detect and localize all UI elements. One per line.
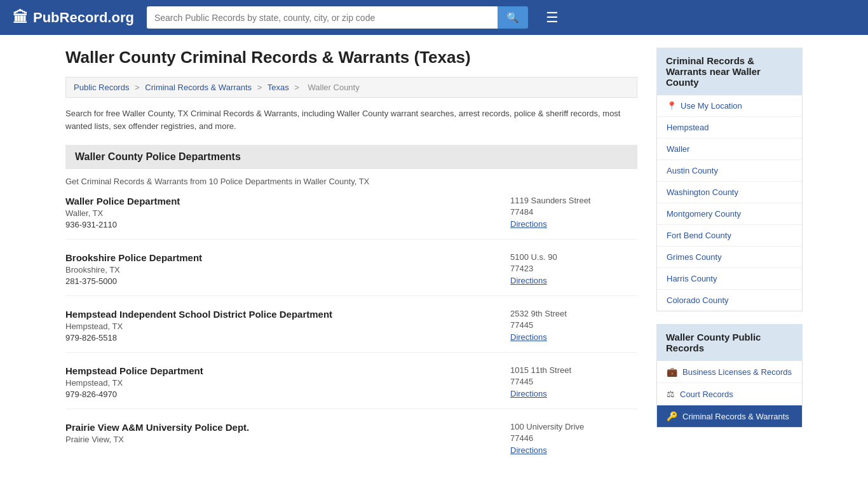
directions-link[interactable]: Directions [510,276,547,285]
dept-right: 1015 11th Street 77445 Directions [510,365,637,399]
dept-left: Brookshire Police Department Brookshire,… [65,252,202,286]
criminal-records-link[interactable]: Criminal Records & Warrants [682,412,789,421]
breadcrumb-criminal-records[interactable]: Criminal Records & Warrants [145,83,252,92]
logo-text: PubRecord.org [33,10,134,26]
dept-right: 2532 9th Street 77445 Directions [510,309,637,342]
search-input[interactable] [147,6,498,29]
nearby-montgomery-county[interactable]: Montgomery County [657,203,802,225]
public-records-section: Waller County Public Records 💼 Business … [656,324,803,428]
departments-list: Waller Police Department Waller, TX 936-… [65,196,637,464]
nearby-hempstead[interactable]: Hempstead [657,117,802,139]
dept-left: Hempstead Independent School District Po… [65,309,332,342]
public-records-header: Waller County Public Records [656,324,803,361]
nearby-colorado-county[interactable]: Colorado County [657,290,802,311]
dept-zip: 77445 [510,320,637,330]
use-my-location-link[interactable]: Use My Location [681,101,742,111]
nearby-list: 📍 Use My Location Hempstead Waller Austi… [656,95,803,311]
section-header: Waller County Police Departments [65,145,637,169]
pr-criminal-records[interactable]: 🔑 Criminal Records & Warrants [657,405,802,427]
dept-city: Hempstead, TX [65,378,203,388]
pr-business-licenses[interactable]: 💼 Business Licenses & Records [657,361,802,383]
site-header: 🏛 PubRecord.org 🔍 ☰ [0,0,868,35]
public-records-list: 💼 Business Licenses & Records ⚖ Court Re… [656,361,803,428]
breadcrumb-sep-1: > [135,83,140,92]
dept-name: Hempstead Independent School District Po… [65,309,332,320]
dept-left: Hempstead Police Department Hempstead, T… [65,365,203,399]
use-my-location-item[interactable]: 📍 Use My Location [657,95,802,117]
dept-city: Waller, TX [65,208,180,218]
dept-zip: 77445 [510,377,637,386]
directions-link[interactable]: Directions [510,219,547,229]
nearby-washington-county[interactable]: Washington County [657,182,802,203]
key-icon: 🔑 [667,411,677,421]
dept-name: Prairie View A&M University Police Dept. [65,422,249,433]
dept-right: 100 University Drive 77446 Directions [510,422,637,455]
dept-city: Hempstead, TX [65,322,332,331]
dept-left: Waller Police Department Waller, TX 936-… [65,196,180,229]
dept-address: 100 University Drive [510,422,637,431]
main-container: Waller County Criminal Records & Warrant… [53,48,815,477]
business-licenses-link[interactable]: Business Licenses & Records [682,367,792,377]
dept-name: Waller Police Department [65,196,180,207]
logo-icon: 🏛 [13,9,28,27]
nearby-austin-county[interactable]: Austin County [657,160,802,182]
breadcrumb-sep-3: > [294,83,299,92]
dept-phone: 281-375-5000 [65,276,202,286]
site-logo[interactable]: 🏛 PubRecord.org [13,9,134,27]
dept-phone: 979-826-4970 [65,390,203,399]
dept-city: Prairie View, TX [65,435,249,444]
dept-zip: 77446 [510,433,637,443]
page-description: Search for free Waller County, TX Crimin… [65,107,637,132]
dept-address: 1015 11th Street [510,365,637,375]
briefcase-icon: 💼 [667,367,677,377]
breadcrumb-texas[interactable]: Texas [268,83,289,92]
breadcrumb-public-records[interactable]: Public Records [74,83,129,92]
dept-item: Waller Police Department Waller, TX 936-… [65,196,637,240]
scales-icon: ⚖ [667,389,675,399]
court-records-link[interactable]: Court Records [680,390,733,399]
dept-phone: 936-931-2110 [65,220,180,229]
sidebar: Criminal Records & Warrants near Waller … [656,48,803,477]
directions-link[interactable]: Directions [510,389,547,398]
page-title: Waller County Criminal Records & Warrant… [65,48,637,67]
directions-link[interactable]: Directions [510,332,547,342]
search-bar: 🔍 [147,6,528,29]
dept-right: 5100 U.s. 90 77423 Directions [510,252,637,286]
dept-item: Hempstead Police Department Hempstead, T… [65,365,637,409]
dept-item: Hempstead Independent School District Po… [65,309,637,353]
dept-address: 5100 U.s. 90 [510,252,637,262]
search-button[interactable]: 🔍 [498,6,528,29]
dept-zip: 77423 [510,264,637,273]
breadcrumb-waller-county: Waller County [308,83,360,92]
dept-right: 1119 Saunders Street 77484 Directions [510,196,637,229]
nearby-fort-bend-county[interactable]: Fort Bend County [657,225,802,247]
section-subtitle: Get Criminal Records & Warrants from 10 … [65,177,637,186]
dept-left: Prairie View A&M University Police Dept.… [65,422,249,455]
breadcrumb: Public Records > Criminal Records & Warr… [65,77,637,98]
dept-name: Hempstead Police Department [65,365,203,376]
dept-address: 2532 9th Street [510,309,637,318]
nearby-grimes-county[interactable]: Grimes County [657,247,802,268]
dept-item: Brookshire Police Department Brookshire,… [65,252,637,296]
location-pin-icon: 📍 [667,101,677,111]
dept-name: Brookshire Police Department [65,252,202,263]
breadcrumb-sep-2: > [257,83,262,92]
nearby-harris-county[interactable]: Harris County [657,268,802,290]
hamburger-button[interactable]: ☰ [541,7,564,29]
nearby-waller[interactable]: Waller [657,139,802,160]
dept-city: Brookshire, TX [65,265,202,274]
directions-link[interactable]: Directions [510,445,547,455]
content-area: Waller County Criminal Records & Warrant… [65,48,637,477]
dept-zip: 77484 [510,207,637,217]
dept-phone: 979-826-5518 [65,333,332,342]
nearby-header: Criminal Records & Warrants near Waller … [656,48,803,95]
pr-court-records[interactable]: ⚖ Court Records [657,383,802,405]
dept-address: 1119 Saunders Street [510,196,637,205]
dept-item: Prairie View A&M University Police Dept.… [65,422,637,464]
